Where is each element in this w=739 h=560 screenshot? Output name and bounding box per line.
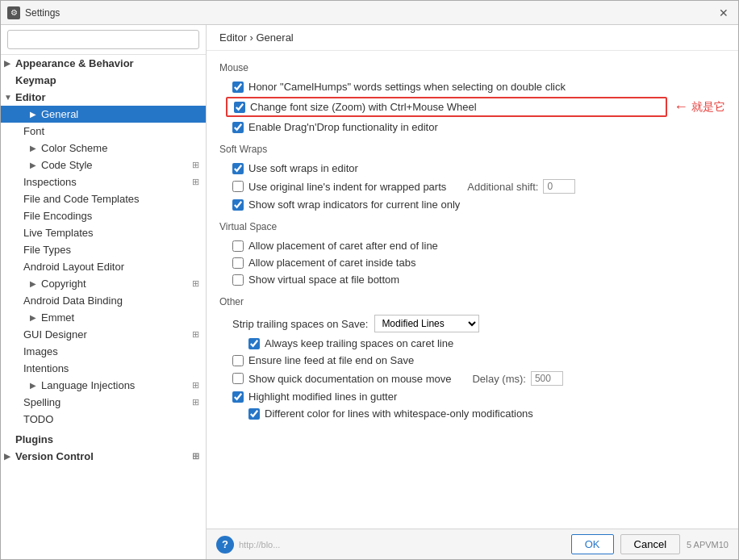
sidebar-item-todo[interactable]: TODO [1, 411, 206, 428]
option-allow-caret-tabs: Allow placement of caret inside tabs [226, 254, 725, 271]
option-enable-dragndrop: Enable Drag'n'Drop functionality in edit… [226, 119, 725, 136]
label-allow-caret-tabs: Allow placement of caret inside tabs [248, 257, 415, 269]
main-panel: Editor › General Mouse Honor "CamelHumps… [207, 25, 738, 559]
checkbox-change-font-size[interactable] [234, 102, 245, 113]
checkbox-use-original-indent[interactable] [232, 181, 244, 192]
additional-shift-input[interactable] [543, 179, 575, 194]
arrow-version-control: ▶ [4, 452, 12, 461]
label-use-original-indent: Use original line's indent for wrapped p… [248, 181, 446, 193]
sidebar: ▶ Appearance & Behavior Keymap ▼ Editor … [1, 25, 207, 559]
sidebar-item-font[interactable]: Font [1, 123, 206, 140]
delay-label: Delay (ms): [472, 373, 525, 385]
search-input[interactable] [7, 30, 199, 49]
arrow-color-scheme: ▶ [30, 144, 38, 153]
option-use-original-indent: Use original line's indent for wrapped p… [226, 177, 725, 196]
checkbox-show-indicators[interactable] [232, 199, 244, 211]
ok-button[interactable]: OK [571, 534, 614, 554]
option-ensure-line-feed: Ensure line feed at file end on Save [226, 352, 725, 369]
other-options: Strip trailing spaces on Save: Modified … [219, 312, 725, 422]
sidebar-item-android-layout[interactable]: Android Layout Editor [1, 258, 206, 275]
arrow-emmet: ▶ [30, 313, 38, 322]
checkbox-enable-dragndrop[interactable] [232, 122, 244, 133]
strip-trailing-row: Strip trailing spaces on Save: Modified … [226, 312, 725, 335]
label-enable-dragndrop: Enable Drag'n'Drop functionality in edit… [248, 121, 438, 133]
option-highlight-modified: Highlight modified lines in gutter [226, 388, 725, 405]
sidebar-item-emmet[interactable]: ▶ Emmet [1, 309, 206, 326]
sidebar-item-general[interactable]: ▶ General [1, 106, 206, 123]
label-allow-caret-end: Allow placement of caret after end of li… [248, 240, 438, 252]
sidebar-tree: ▶ Appearance & Behavior Keymap ▼ Editor … [1, 55, 206, 559]
sidebar-item-appearance[interactable]: ▶ Appearance & Behavior [1, 55, 206, 72]
checkbox-allow-caret-tabs[interactable] [232, 257, 244, 269]
badge-gui-designer: ⊞ [192, 329, 199, 340]
sidebar-item-gui-designer[interactable]: GUI Designer ⊞ [1, 326, 206, 343]
option-honor-camelhumps: Honor "CamelHumps" words settings when s… [226, 78, 725, 95]
sidebar-item-editor[interactable]: ▼ Editor [1, 89, 206, 106]
sidebar-item-code-style[interactable]: ▶ Code Style ⊞ [1, 157, 206, 173]
option-use-soft-wraps: Use soft wraps in editor [226, 160, 725, 177]
badge-copyright: ⊞ [192, 278, 199, 289]
option-allow-caret-end: Allow placement of caret after end of li… [226, 237, 725, 254]
sidebar-item-version-control[interactable]: ▶ Version Control ⊞ [1, 448, 206, 465]
label-use-soft-wraps: Use soft wraps in editor [248, 162, 358, 174]
sidebar-item-live-templates[interactable]: Live Templates [1, 224, 206, 241]
arrow-copyright: ▶ [30, 279, 38, 288]
sidebar-item-spelling[interactable]: Spelling ⊞ [1, 394, 206, 411]
additional-shift-label: Additional shift: [467, 181, 538, 193]
sidebar-item-file-code-templates[interactable]: File and Code Templates [1, 190, 206, 207]
mouse-options: Honor "CamelHumps" words settings when s… [219, 78, 725, 136]
sidebar-item-file-encodings[interactable]: File Encodings [1, 207, 206, 224]
settings-window: ⚙ Settings ✕ ▶ Appearance & Behavior Key… [0, 0, 739, 560]
checkbox-ensure-line-feed[interactable] [232, 355, 244, 366]
sidebar-item-plugins[interactable]: Plugins [1, 431, 206, 448]
sidebar-item-keymap[interactable]: Keymap [1, 72, 206, 89]
badge-inspections: ⊞ [192, 177, 199, 187]
title-bar-left: ⚙ Settings [7, 6, 60, 19]
checkbox-allow-caret-end[interactable] [232, 240, 244, 252]
search-box [1, 25, 206, 55]
label-ensure-line-feed: Ensure line feed at file end on Save [248, 354, 414, 366]
checkbox-highlight-modified[interactable] [232, 391, 244, 403]
option-show-virtual-bottom: Show virtual space at file bottom [226, 271, 725, 288]
change-font-size-row-container: Change font size (Zoom) with Ctrl+Mouse … [226, 97, 725, 117]
expand-arrow-appearance: ▶ [4, 59, 12, 68]
cancel-button[interactable]: Cancel [620, 534, 680, 554]
main-content: ▶ Appearance & Behavior Keymap ▼ Editor … [1, 25, 738, 559]
badge-spelling: ⊞ [192, 397, 199, 407]
sidebar-item-intentions[interactable]: Intentions [1, 360, 206, 377]
sidebar-item-copyright[interactable]: ▶ Copyright ⊞ [1, 275, 206, 292]
sidebar-item-color-scheme[interactable]: ▶ Color Scheme [1, 140, 206, 157]
delay-input[interactable] [531, 371, 563, 386]
sidebar-item-language-injections[interactable]: ▶ Language Injections ⊞ [1, 377, 206, 394]
option-different-color: Different color for lines with whitespac… [226, 405, 725, 422]
checkbox-use-soft-wraps[interactable] [232, 163, 244, 174]
sidebar-item-inspections[interactable]: Inspections ⊞ [1, 173, 206, 190]
checkbox-honor-camelhumps[interactable] [232, 81, 244, 93]
virtual-space-section-label: Virtual Space [219, 221, 725, 232]
help-button[interactable]: ? [216, 536, 234, 554]
sidebar-item-images[interactable]: Images [1, 343, 206, 360]
soft-wraps-options: Use soft wraps in editor Use original li… [219, 160, 725, 213]
label-show-quick-docs: Show quick documentation on mouse move [248, 373, 451, 385]
annotation-arrow: ← [674, 98, 688, 115]
close-button[interactable]: ✕ [716, 5, 732, 21]
settings-icon: ⚙ [7, 6, 20, 19]
arrow-plugins [4, 435, 12, 444]
watermark: http://blo... [239, 540, 280, 550]
badge-version-control: ⊞ [192, 451, 199, 462]
checkbox-show-virtual-bottom[interactable] [232, 274, 244, 286]
bottom-left: ? http://blo... [216, 536, 280, 554]
checkbox-different-color[interactable] [248, 408, 260, 420]
sidebar-item-file-types[interactable]: File Types [1, 241, 206, 258]
option-show-indicators: Show soft wrap indicators for current li… [226, 196, 725, 213]
checkbox-always-keep-trailing[interactable] [248, 338, 260, 349]
title-bar: ⚙ Settings ✕ [1, 1, 738, 25]
sidebar-item-android-data-binding[interactable]: Android Data Binding [1, 292, 206, 309]
window-title: Settings [25, 7, 60, 19]
arrow-language-injections: ▶ [30, 381, 38, 390]
label-highlight-modified: Highlight modified lines in gutter [248, 391, 397, 403]
strip-trailing-select[interactable]: Modified Lines None All [374, 315, 479, 332]
label-change-font-size: Change font size (Zoom) with Ctrl+Mouse … [250, 101, 477, 113]
checkbox-show-quick-docs[interactable] [232, 373, 244, 384]
annotation-text: 就是它 [691, 100, 725, 115]
